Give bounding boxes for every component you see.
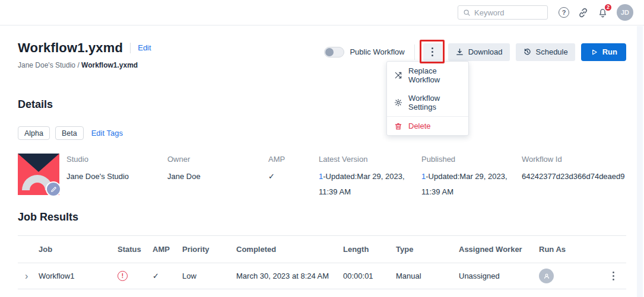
breadcrumb-current: Workflow1.yxmd <box>81 61 138 69</box>
col-amp: AMP <box>153 245 182 254</box>
status-error-icon[interactable]: ! <box>118 271 128 281</box>
schedule-button[interactable]: Schedule <box>516 43 575 61</box>
col-priority: Priority <box>182 245 236 254</box>
amp-check-icon: ✓ <box>153 272 182 280</box>
gear-icon <box>394 98 402 107</box>
schedule-icon <box>523 47 532 56</box>
notification-count-badge: 2 <box>604 3 613 12</box>
menu-item-workflow-settings[interactable]: Workflow Settings <box>387 89 468 116</box>
play-icon <box>590 48 598 56</box>
assigned-worker-value: Unassigned <box>459 272 539 280</box>
search-icon <box>463 9 471 17</box>
more-options-kebab-button[interactable] <box>423 43 442 61</box>
edit-thumbnail-button[interactable] <box>46 181 61 197</box>
amp-check-icon: ✓ <box>268 169 319 184</box>
details-section: Details Alpha Beta Edit Tags Studio Jane… <box>18 98 620 200</box>
row-actions-kebab-button[interactable] <box>604 267 622 285</box>
workflow-actions: Public Workflow Download Schedule Run <box>324 43 626 61</box>
search-input[interactable] <box>474 8 543 17</box>
person-icon <box>543 272 551 280</box>
table-header-row: Job Status AMP Priority Completed Length… <box>18 236 626 263</box>
user-avatar[interactable]: JD <box>617 4 633 21</box>
field-studio: Studio Jane Doe's Studio <box>66 154 167 200</box>
trash-icon <box>394 122 402 130</box>
field-amp: AMP ✓ <box>268 154 319 200</box>
job-name-link[interactable]: Workflow1 <box>39 272 118 280</box>
edit-title-link[interactable]: Edit <box>130 43 151 53</box>
col-assigned-worker: Assigned Worker <box>459 245 539 254</box>
breadcrumb: Jane Doe's Studio / Workflow1.yxmd <box>18 61 151 69</box>
job-results-section: Job Results Job Status AMP Priority Comp… <box>18 211 626 289</box>
edit-tags-link[interactable]: Edit Tags <box>91 129 123 138</box>
field-latest-version: Latest Version 1-Updated:Mar 29, 2023, 1… <box>319 154 421 200</box>
col-type: Type <box>396 245 459 254</box>
type-value: Manual <box>396 272 459 280</box>
tags-row: Alpha Beta Edit Tags <box>18 126 620 140</box>
help-icon[interactable]: ? <box>559 7 569 18</box>
workflow-thumbnail <box>18 154 59 195</box>
tag-chip[interactable]: Beta <box>55 126 84 140</box>
col-run-as: Run As <box>539 245 599 254</box>
priority-value: Low <box>182 272 236 280</box>
toggle-knob <box>325 48 334 56</box>
notifications-bell-icon[interactable]: 2 <box>597 7 608 18</box>
length-value: 00:00:01 <box>343 272 396 280</box>
table-row: › Workflow1 ! ✓ Low March 30, 2023 at 8:… <box>18 263 626 289</box>
col-status: Status <box>118 245 153 254</box>
job-results-heading: Job Results <box>18 211 626 223</box>
top-bar: ? 2 JD <box>0 0 644 25</box>
pencil-icon <box>50 186 58 193</box>
download-button[interactable]: Download <box>448 43 510 61</box>
details-fields: Studio Jane Doe's Studio Owner Jane Doe … <box>18 154 620 200</box>
title-block: Workflow1.yxmd Edit Jane Doe's Studio / … <box>18 40 151 69</box>
col-completed: Completed <box>236 245 343 254</box>
run-as-avatar[interactable] <box>539 269 554 283</box>
public-workflow-label: Public Workflow <box>350 47 404 56</box>
public-workflow-toggle[interactable] <box>324 47 344 58</box>
breadcrumb-studio[interactable]: Jane Doe's Studio <box>18 61 75 69</box>
col-length: Length <box>343 245 396 254</box>
link-icon[interactable] <box>578 7 589 18</box>
menu-item-delete[interactable]: Delete <box>387 116 468 135</box>
job-results-table: Job Status AMP Priority Completed Length… <box>18 235 626 289</box>
completed-value: March 30, 2023 at 8:24 AM <box>236 272 343 280</box>
vertical-scrollbar[interactable] <box>637 26 643 297</box>
download-icon <box>455 47 464 56</box>
col-job: Job <box>39 245 118 254</box>
run-button[interactable]: Run <box>581 43 626 61</box>
kebab-context-menu: Replace Workflow Workflow Settings Delet… <box>386 61 469 136</box>
actions-divider <box>414 44 415 60</box>
field-workflow-id: Workflow Id 64242377d23d366d74deaed9 <box>522 154 625 200</box>
field-owner: Owner Jane Doe <box>167 154 268 200</box>
expand-row-chevron-icon[interactable]: › <box>18 271 39 282</box>
menu-item-replace-workflow[interactable]: Replace Workflow <box>387 62 468 89</box>
search-box[interactable] <box>458 5 548 20</box>
replace-icon <box>394 71 402 79</box>
page-title: Workflow1.yxmd <box>18 40 123 56</box>
breadcrumb-separator: / <box>77 61 79 69</box>
details-heading: Details <box>18 98 620 111</box>
tag-chip[interactable]: Alpha <box>18 126 50 140</box>
field-published: Published 1-Updated:Mar 29, 2023, 11:39 … <box>421 154 522 200</box>
